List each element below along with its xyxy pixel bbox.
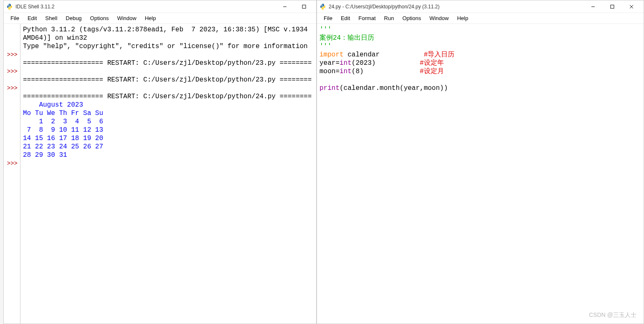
menu-help[interactable]: Help bbox=[141, 14, 160, 23]
menu-options[interactable]: Options bbox=[86, 14, 113, 23]
calendar-header: Mo Tu We Th Fr Sa Su bbox=[23, 110, 103, 117]
menu-help[interactable]: Help bbox=[453, 14, 472, 23]
calendar-row: 21 22 23 24 25 26 27 bbox=[23, 143, 103, 151]
assign-year: year= bbox=[319, 59, 340, 67]
editor-body: ''' 案例24：输出日历 ''' import calendar #导入日历 … bbox=[317, 24, 644, 324]
shell-titlebar[interactable]: IDLE Shell 3.11.2 bbox=[4, 0, 316, 13]
restart-banner: ==================== RESTART: C:/Users/z… bbox=[23, 59, 312, 67]
calendar-row: 14 15 16 17 18 19 20 bbox=[23, 135, 103, 142]
shell-intro-line: Python 3.11.2 (tags/v3.11.2:878ead1, Feb… bbox=[23, 26, 308, 33]
prompt-indicator: >>> bbox=[5, 51, 19, 59]
editor-code-area[interactable]: ''' 案例24：输出日历 ''' import calendar #导入日历 … bbox=[317, 24, 644, 324]
menu-window[interactable]: Window bbox=[425, 14, 453, 23]
comment-import: #导入日历 bbox=[424, 51, 455, 59]
shell-body: >>> >>> >>> >>> Python 3.11.2 (tags/v3.1… bbox=[4, 24, 316, 324]
calendar-row: 1 2 3 4 5 6 bbox=[23, 118, 103, 125]
svg-rect-3 bbox=[302, 5, 306, 8]
builtin-int: int bbox=[340, 68, 352, 75]
comment-moon: #设定月 bbox=[420, 68, 444, 75]
maximize-button[interactable] bbox=[603, 0, 622, 13]
assign-moon: moon= bbox=[319, 68, 340, 75]
shell-title-text: IDLE Shell 3.11.2 bbox=[15, 4, 54, 10]
editor-title-text: 24.py - C:/Users/zjl/Desktop/python/24.p… bbox=[329, 4, 439, 10]
builtin-int: int bbox=[340, 59, 352, 67]
menu-window[interactable]: Window bbox=[113, 14, 140, 23]
menu-format[interactable]: Format bbox=[354, 14, 380, 23]
svg-point-0 bbox=[8, 4, 9, 5]
python-icon bbox=[319, 3, 326, 10]
shell-output-area[interactable]: Python 3.11.2 (tags/v3.11.2:878ead1, Feb… bbox=[20, 24, 316, 324]
editor-titlebar[interactable]: 24.py - C:/Users/zjl/Desktop/python/24.p… bbox=[317, 0, 644, 13]
calendar-title: August 2023 bbox=[23, 101, 83, 109]
print-args: (calendar.month(year,moon)) bbox=[340, 84, 448, 92]
keyword-import: import bbox=[319, 51, 344, 59]
editor-window-controls bbox=[583, 0, 641, 13]
maximize-button[interactable] bbox=[294, 0, 314, 13]
docstring-body: 案例24：输出日历 bbox=[319, 34, 374, 42]
menu-edit[interactable]: Edit bbox=[337, 14, 354, 23]
menu-shell[interactable]: Shell bbox=[41, 14, 61, 23]
menu-run[interactable]: Run bbox=[380, 14, 398, 23]
prompt-indicator: >>> bbox=[5, 84, 19, 92]
minimize-button[interactable] bbox=[583, 0, 603, 13]
restart-banner: ==================== RESTART: C:/Users/z… bbox=[23, 93, 312, 100]
menu-debug[interactable]: Debug bbox=[61, 14, 86, 23]
calendar-row: 7 8 9 10 11 12 13 bbox=[23, 126, 103, 134]
idle-editor-window: 24.py - C:/Users/zjl/Desktop/python/24.p… bbox=[317, 0, 644, 324]
svg-point-5 bbox=[323, 8, 324, 9]
shell-intro-line: AMD64)] on win32 bbox=[23, 34, 87, 42]
prompt-indicator: >>> bbox=[5, 159, 19, 168]
menu-edit[interactable]: Edit bbox=[23, 14, 41, 23]
editor-menubar: File Edit Format Run Options Window Help bbox=[317, 13, 644, 24]
menu-file[interactable]: File bbox=[6, 14, 23, 23]
comment-year: #设定年 bbox=[420, 59, 444, 67]
shell-window-controls bbox=[275, 0, 314, 13]
minimize-button[interactable] bbox=[275, 0, 294, 13]
close-button[interactable] bbox=[622, 0, 641, 13]
svg-point-4 bbox=[322, 4, 322, 5]
idle-shell-window: IDLE Shell 3.11.2 File Edit Shell Debug … bbox=[3, 0, 317, 324]
menu-options[interactable]: Options bbox=[398, 14, 425, 23]
module-name: calendar bbox=[344, 51, 380, 59]
svg-point-1 bbox=[10, 8, 10, 9]
docstring-open: ''' bbox=[319, 26, 332, 33]
builtin-print: print bbox=[319, 84, 340, 92]
shell-prompt-gutter: >>> >>> >>> >>> bbox=[4, 24, 20, 324]
shell-menubar: File Edit Shell Debug Options Window Hel… bbox=[4, 13, 316, 24]
prompt-indicator: >>> bbox=[5, 67, 19, 76]
docstring-close: ''' bbox=[319, 43, 332, 50]
python-icon bbox=[6, 3, 13, 10]
calendar-row: 28 29 30 31 bbox=[23, 151, 67, 159]
menu-file[interactable]: File bbox=[319, 14, 337, 23]
shell-intro-line: Type "help", "copyright", "credits" or "… bbox=[23, 43, 308, 50]
desktop-left-strip bbox=[0, 0, 3, 324]
svg-rect-7 bbox=[611, 5, 614, 8]
restart-banner: ==================== RESTART: C:/Users/z… bbox=[23, 76, 312, 84]
